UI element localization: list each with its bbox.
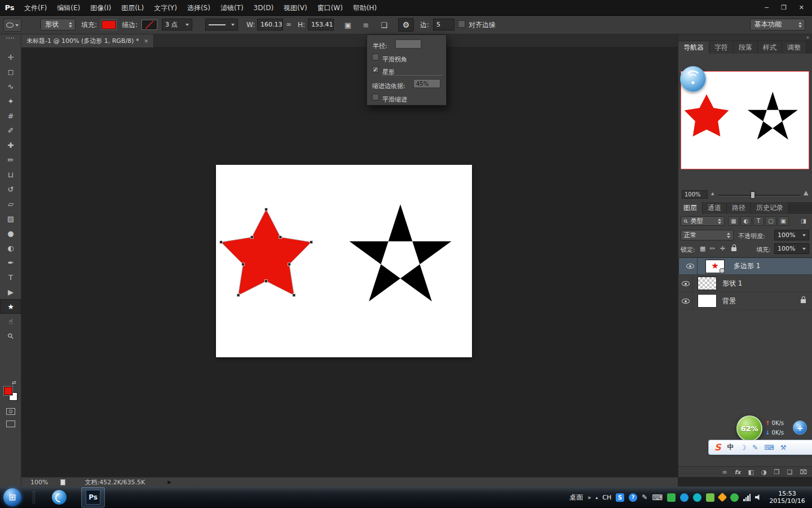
minimize-icon[interactable]: ─ xyxy=(765,4,769,11)
layer-visibility-toggle[interactable] xyxy=(678,292,693,310)
height-field[interactable]: 153.41 xyxy=(308,19,334,30)
start-button[interactable]: ⊞ xyxy=(3,488,21,506)
menu-item-layer[interactable]: 图层(L) xyxy=(116,0,149,16)
ime-handwriting-icon[interactable]: ✎ xyxy=(752,444,758,452)
menu-item-edit[interactable]: 编辑(E) xyxy=(52,0,85,16)
radius-field[interactable] xyxy=(395,40,421,49)
close-icon[interactable]: ✕ xyxy=(799,4,804,11)
tool-mode-select[interactable]: 形状 xyxy=(41,19,76,30)
zoom-level-field[interactable]: 100% xyxy=(30,479,48,486)
sogou-logo-icon[interactable]: S xyxy=(714,442,721,453)
ime-fullmoon-icon[interactable]: ☽ xyxy=(740,444,747,452)
path-alignment-button[interactable]: ≡ xyxy=(359,19,373,32)
layer-filter-select[interactable]: ⚲ 类型 xyxy=(681,216,725,226)
wifi-widget[interactable] xyxy=(680,66,706,92)
browser-taskbar-button[interactable] xyxy=(47,487,71,507)
speed-ball-widget[interactable]: 62% xyxy=(736,415,762,441)
layer-name[interactable]: 多边形 1 xyxy=(734,261,760,271)
tab-styles[interactable]: 样式 xyxy=(758,41,782,54)
filter-shape-layers-icon[interactable]: ▢ xyxy=(765,216,776,226)
align-edges-checkbox[interactable] xyxy=(458,20,465,28)
ime-toolbox-icon[interactable]: ⚒ xyxy=(780,444,787,452)
tab-character[interactable]: 字符 xyxy=(709,41,734,54)
navigator-zoom-field[interactable]: 100% xyxy=(682,190,708,199)
type-tool[interactable]: T xyxy=(0,270,21,284)
healing-brush-tool[interactable]: ✚ xyxy=(0,138,21,152)
layer-thumbnail[interactable]: ★ xyxy=(705,260,725,273)
link-layers-icon[interactable]: ∞ xyxy=(722,468,727,476)
lasso-tool[interactable]: ∿ xyxy=(0,79,21,94)
help-tray-icon[interactable]: ? xyxy=(629,493,637,502)
marquee-tool[interactable]: ◻ xyxy=(0,64,21,79)
status-flyout-icon[interactable]: ▶ xyxy=(167,479,171,485)
cleaner-tray-icon[interactable] xyxy=(693,493,701,502)
pen-tool[interactable]: ✒ xyxy=(0,255,21,270)
stroke-swatch[interactable] xyxy=(142,20,157,29)
blend-mode-select[interactable]: 正常 xyxy=(681,230,734,240)
document-tab[interactable]: 未标题-1 @ 100% (多边形 1, RGB/8) * ✕ xyxy=(21,34,154,47)
menu-item-type[interactable]: 文字(Y) xyxy=(149,0,182,16)
eyedropper-tool[interactable]: ✐ xyxy=(0,123,21,138)
menu-item-select[interactable]: 选择(S) xyxy=(182,0,215,16)
layer-visibility-toggle[interactable] xyxy=(678,275,693,292)
assistant-tray-icon[interactable] xyxy=(706,493,714,502)
show-hidden-icons[interactable]: ▴ xyxy=(595,495,598,500)
width-field[interactable]: 160.13 xyxy=(257,19,283,30)
brush-tool[interactable]: ✏ xyxy=(0,152,21,167)
fill-swatch[interactable] xyxy=(102,20,116,29)
gradient-tool[interactable]: ▨ xyxy=(0,211,21,226)
geometry-options-gear-button[interactable]: ⚙ xyxy=(398,18,414,32)
link-dimensions-icon[interactable]: ∞ xyxy=(286,19,292,30)
antivirus-tray-icon[interactable] xyxy=(667,493,676,502)
filter-smart-objects-icon[interactable]: ▣ xyxy=(778,216,789,226)
tab-close-icon[interactable]: ✕ xyxy=(144,38,148,44)
desktop-chevron-icon[interactable]: » xyxy=(588,494,591,501)
volume-icon[interactable] xyxy=(755,494,762,501)
clone-stamp-tool[interactable]: ⊔ xyxy=(0,167,21,182)
filter-pixel-layers-icon[interactable]: ▦ xyxy=(728,216,739,226)
zoom-in-icon[interactable]: ▲ xyxy=(804,189,808,196)
taskbar-clock[interactable]: 15:53 2015/10/16 xyxy=(767,490,807,505)
move-tool[interactable]: ✛ xyxy=(0,50,21,64)
new-layer-icon[interactable]: ❏ xyxy=(787,468,792,476)
tab-paragraph[interactable]: 段落 xyxy=(734,41,758,54)
ime-chinese-mode-icon[interactable]: 中 xyxy=(727,443,734,452)
path-operations-button[interactable]: ▣ xyxy=(341,19,355,32)
panel-grip-icon[interactable] xyxy=(6,37,15,39)
restore-icon[interactable]: ❐ xyxy=(781,4,787,11)
delete-layer-icon[interactable]: ⌧ xyxy=(800,468,807,476)
filter-type-layers-icon[interactable]: T xyxy=(753,216,764,226)
zoom-slider-thumb[interactable] xyxy=(751,191,755,199)
tab-layers[interactable]: 图层 xyxy=(678,202,703,214)
filter-adjustment-layers-icon[interactable]: ◐ xyxy=(740,216,752,226)
blur-tool[interactable]: ● xyxy=(0,226,21,240)
sogou-tray-icon[interactable]: S xyxy=(616,493,624,502)
navigator-zoom-slider[interactable] xyxy=(718,195,800,196)
zoom-out-icon[interactable]: ▲ xyxy=(711,191,714,196)
layer-name[interactable]: 形状 1 xyxy=(722,279,742,288)
stroke-style-select[interactable] xyxy=(205,19,238,30)
tab-adjustments[interactable]: 调整 xyxy=(782,41,806,54)
menu-item-filter[interactable]: 滤镜(T) xyxy=(215,0,249,16)
menu-item-3d[interactable]: 3D(D) xyxy=(249,0,279,16)
layer-thumbnail[interactable] xyxy=(698,277,717,290)
foreground-color-swatch[interactable] xyxy=(4,387,12,395)
screen-mode-icon[interactable] xyxy=(6,421,15,427)
menu-item-window[interactable]: 窗口(W) xyxy=(312,0,348,16)
language-indicator[interactable]: CH xyxy=(602,494,611,501)
menu-item-help[interactable]: 帮助(H) xyxy=(348,0,382,16)
collapse-panels-icon[interactable]: » xyxy=(806,35,809,40)
taskbar-grip[interactable] xyxy=(33,491,35,503)
path-arrangement-button[interactable]: ❏ xyxy=(377,19,391,32)
path-selection-tool[interactable]: ▶ xyxy=(0,284,21,299)
fill-opacity-field[interactable]: 100% xyxy=(774,243,809,254)
adjustment-layer-icon[interactable]: ◑ xyxy=(761,468,767,476)
add-widget-button[interactable]: + xyxy=(793,421,807,435)
tab-channels[interactable]: 通道 xyxy=(703,202,727,214)
doctor-tray-icon[interactable] xyxy=(730,493,739,502)
ime-softkeyboard-icon[interactable]: ⌨ xyxy=(764,444,774,452)
tool-preset-picker[interactable] xyxy=(3,19,21,32)
shape-tool[interactable]: ★ xyxy=(0,299,21,314)
dodge-tool[interactable]: ◐ xyxy=(0,240,21,255)
layer-styles-fx-icon[interactable]: fx xyxy=(735,469,741,475)
